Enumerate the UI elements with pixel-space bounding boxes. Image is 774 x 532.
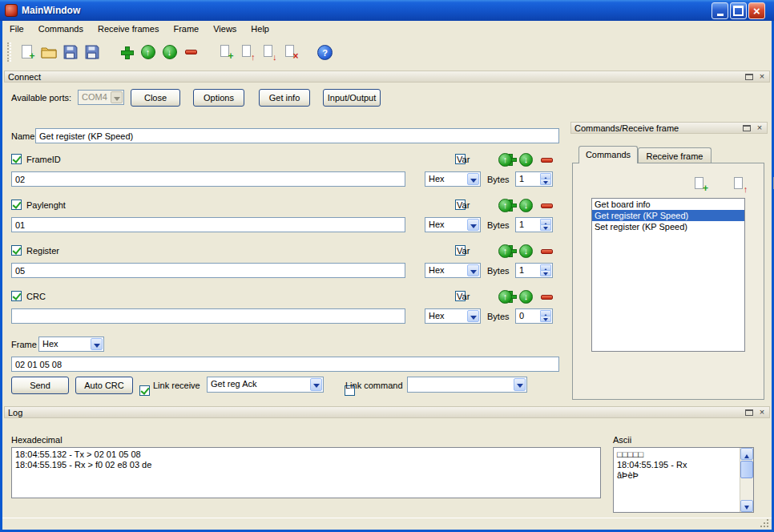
- move-field-up-icon[interactable]: [137, 42, 159, 63]
- field-type-combo[interactable]: Hex: [425, 263, 481, 278]
- move-up-icon[interactable]: [498, 199, 512, 212]
- field-enabled-checkbox[interactable]: [11, 154, 22, 164]
- connect-dock-titlebar[interactable]: Connect: [4, 71, 770, 83]
- tab-commands[interactable]: Commands: [578, 146, 638, 163]
- list-item[interactable]: Get board info: [592, 199, 744, 210]
- menu-views[interactable]: Views: [206, 22, 244, 36]
- bytes-spinbox[interactable]: 0: [515, 308, 553, 324]
- remove-field-icon[interactable]: [541, 295, 553, 300]
- field-type-combo[interactable]: Hex: [425, 171, 481, 187]
- ascii-log-area[interactable]: □□□□□ 18:04:55.195 - Rx âÞèÞ: [613, 447, 754, 513]
- options-button[interactable]: Options: [193, 89, 244, 107]
- menu-help[interactable]: Help: [244, 22, 276, 36]
- chevron-down-icon[interactable]: [91, 338, 103, 350]
- spin-down-icon[interactable]: [540, 179, 551, 185]
- menu-frame[interactable]: Frame: [166, 22, 206, 36]
- dock-float-icon[interactable]: [745, 409, 753, 416]
- bytes-spinbox[interactable]: 1: [515, 171, 553, 187]
- chevron-down-icon[interactable]: [514, 378, 526, 391]
- commands-dock-titlebar[interactable]: Commands/Receive frame: [570, 122, 768, 134]
- field-enabled-checkbox[interactable]: [11, 291, 22, 301]
- tab-receive-frame[interactable]: Receive frame: [638, 147, 712, 163]
- port-combo[interactable]: COM4: [78, 90, 124, 105]
- dock-float-icon[interactable]: [745, 74, 753, 80]
- close-button[interactable]: [748, 2, 765, 19]
- command-down-icon[interactable]: [258, 42, 280, 63]
- send-button[interactable]: Send: [11, 377, 69, 394]
- remove-field-icon[interactable]: [541, 204, 553, 208]
- add-command-icon[interactable]: [692, 176, 708, 192]
- scroll-up-icon[interactable]: [740, 448, 753, 460]
- bytes-spinbox[interactable]: 1: [515, 217, 553, 232]
- frame-name-input[interactable]: [35, 128, 559, 143]
- delete-command-icon[interactable]: [280, 42, 301, 63]
- move-up-icon[interactable]: [498, 244, 512, 258]
- hex-log-area[interactable]: 18:04:55.132 - Tx > 02 01 05 08 18:04:55…: [11, 447, 601, 498]
- open-icon[interactable]: [38, 42, 59, 63]
- move-down-icon[interactable]: [519, 153, 533, 167]
- auto-crc-button[interactable]: Auto CRC: [75, 377, 133, 394]
- dock-close-icon[interactable]: [756, 124, 764, 132]
- move-down-icon[interactable]: [519, 244, 533, 258]
- scrollbar-thumb[interactable]: [740, 461, 753, 478]
- move-down-icon[interactable]: [519, 199, 533, 212]
- log-dock-titlebar[interactable]: Log: [4, 406, 770, 418]
- remove-field-icon[interactable]: [541, 249, 553, 254]
- toolbar-handle[interactable]: [7, 42, 11, 62]
- chevron-down-icon[interactable]: [111, 91, 123, 103]
- dock-float-icon[interactable]: [743, 125, 751, 131]
- title-bar[interactable]: MainWindow: [0, 0, 774, 21]
- field-value-input[interactable]: [11, 171, 405, 187]
- move-down-icon[interactable]: [519, 290, 533, 304]
- remove-field-icon[interactable]: [541, 158, 553, 163]
- add-field-icon[interactable]: [115, 42, 137, 63]
- command-down-icon[interactable]: [771, 176, 774, 192]
- spin-down-icon[interactable]: [540, 224, 551, 231]
- save-as-icon[interactable]: [81, 42, 103, 63]
- menu-commands[interactable]: Commands: [31, 22, 91, 36]
- remove-field-icon[interactable]: [180, 42, 202, 63]
- menu-file[interactable]: File: [2, 22, 31, 36]
- receive-frame-combo[interactable]: Get reg Ack: [207, 377, 324, 393]
- help-icon[interactable]: [314, 42, 336, 63]
- frame-type-combo[interactable]: Hex: [38, 337, 104, 352]
- link-command-combo[interactable]: [407, 377, 527, 393]
- spin-down-icon[interactable]: [540, 270, 551, 276]
- field-enabled-checkbox[interactable]: [11, 245, 22, 256]
- input-output-button[interactable]: Input/Output: [323, 89, 381, 107]
- bytes-spinbox[interactable]: 1: [515, 263, 553, 278]
- minimize-button[interactable]: [712, 2, 728, 19]
- field-value-input[interactable]: [11, 308, 405, 324]
- command-up-icon[interactable]: [236, 42, 258, 63]
- field-value-input[interactable]: [11, 217, 405, 232]
- chevron-down-icon[interactable]: [467, 219, 479, 231]
- dock-close-icon[interactable]: [758, 409, 766, 417]
- chevron-down-icon[interactable]: [467, 173, 479, 185]
- command-up-icon[interactable]: [732, 176, 748, 192]
- field-type-combo[interactable]: Hex: [425, 217, 481, 232]
- get-info-button[interactable]: Get info: [259, 89, 310, 107]
- chevron-down-icon[interactable]: [467, 264, 479, 276]
- save-icon[interactable]: [59, 42, 81, 63]
- move-up-icon[interactable]: [498, 290, 512, 304]
- spin-down-icon[interactable]: [540, 316, 551, 322]
- menu-receive-frames[interactable]: Receive frames: [91, 22, 166, 36]
- field-value-input[interactable]: [11, 263, 405, 278]
- scroll-down-icon[interactable]: [740, 500, 753, 512]
- field-type-combo[interactable]: Hex: [425, 308, 481, 324]
- move-up-icon[interactable]: [498, 153, 512, 167]
- ascii-scrollbar[interactable]: [740, 448, 753, 512]
- move-field-down-icon[interactable]: [159, 42, 180, 63]
- frame-value-input[interactable]: [11, 357, 559, 372]
- chevron-down-icon[interactable]: [467, 310, 479, 322]
- maximize-button[interactable]: [730, 2, 747, 19]
- field-enabled-checkbox[interactable]: [11, 200, 22, 210]
- add-command-icon[interactable]: [215, 42, 236, 63]
- new-frame-icon[interactable]: [16, 42, 38, 63]
- dock-close-icon[interactable]: [758, 73, 766, 81]
- chevron-down-icon[interactable]: [310, 378, 322, 391]
- list-item[interactable]: Set register (KP Speed): [592, 221, 744, 232]
- list-item-selected[interactable]: Get register (KP Speed): [592, 210, 744, 221]
- link-receive-checkbox[interactable]: [139, 385, 150, 396]
- close-port-button[interactable]: Close: [131, 89, 180, 107]
